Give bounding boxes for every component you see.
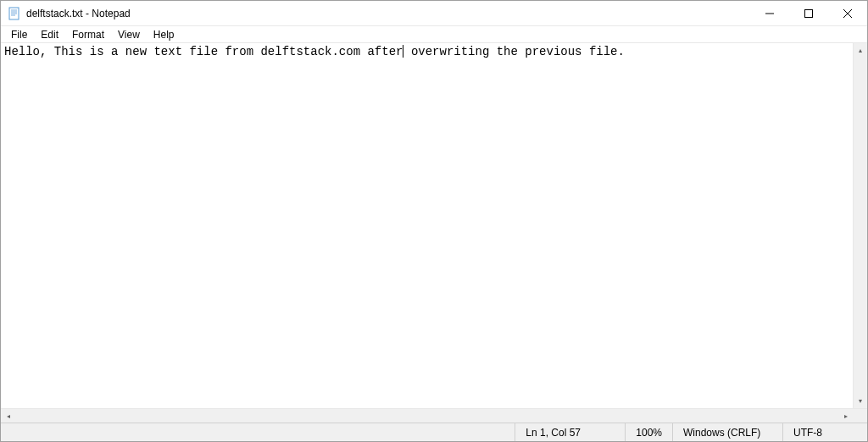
status-spacer xyxy=(1,423,515,441)
editor-area: Hello, This is a new text file from delf… xyxy=(1,43,867,408)
scroll-right-arrow-icon[interactable]: ▸ xyxy=(838,409,853,423)
titlebar: delftstack.txt - Notepad xyxy=(1,1,867,26)
scroll-left-arrow-icon[interactable]: ◂ xyxy=(1,409,15,423)
text-before-cursor: Hello, This is a new text file from delf… xyxy=(4,45,403,58)
menu-edit[interactable]: Edit xyxy=(34,27,65,42)
status-cursor-position: Ln 1, Col 57 xyxy=(515,423,625,441)
scroll-corner xyxy=(853,409,867,423)
vertical-scrollbar[interactable]: ▴ ▾ xyxy=(853,43,867,408)
scroll-track-horizontal[interactable] xyxy=(15,409,838,423)
minimize-button[interactable] xyxy=(750,1,789,25)
menu-format[interactable]: Format xyxy=(65,27,111,42)
svg-rect-6 xyxy=(805,9,813,17)
text-editor[interactable]: Hello, This is a new text file from delf… xyxy=(1,43,853,408)
status-line-ending: Windows (CRLF) xyxy=(672,423,782,441)
scroll-down-arrow-icon[interactable]: ▾ xyxy=(854,394,867,408)
menu-file[interactable]: File xyxy=(4,27,34,42)
menubar: File Edit Format View Help xyxy=(1,26,867,43)
scroll-track-vertical[interactable] xyxy=(854,58,867,394)
scroll-up-arrow-icon[interactable]: ▴ xyxy=(854,43,867,58)
text-after-cursor: overwriting the previous file. xyxy=(403,45,624,58)
close-button[interactable] xyxy=(828,1,867,25)
window-controls xyxy=(750,1,867,25)
maximize-button[interactable] xyxy=(789,1,828,25)
notepad-icon xyxy=(8,7,21,20)
statusbar: Ln 1, Col 57 100% Windows (CRLF) UTF-8 xyxy=(1,423,867,441)
menu-help[interactable]: Help xyxy=(147,27,181,42)
menu-view[interactable]: View xyxy=(111,27,147,42)
status-encoding: UTF-8 xyxy=(782,423,867,441)
status-zoom: 100% xyxy=(625,423,672,441)
horizontal-scrollbar-container: ◂ ▸ xyxy=(1,408,867,423)
window-title: delftstack.txt - Notepad xyxy=(26,8,750,19)
horizontal-scrollbar[interactable]: ◂ ▸ xyxy=(1,409,853,423)
